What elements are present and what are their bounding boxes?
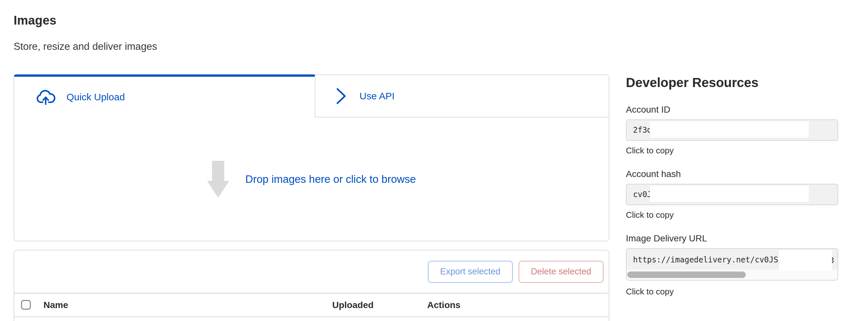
chevron-right-icon [336, 88, 346, 105]
horizontal-scrollbar[interactable] [626, 270, 838, 280]
account-hash-value: cv0J [633, 190, 652, 199]
page-title: Images [13, 13, 609, 28]
upload-tabs: Quick Upload Use API [13, 74, 609, 117]
page-subtitle: Store, resize and deliver images [13, 41, 609, 52]
developer-resources-panel: Developer Resources Account ID 2f3d Clic… [626, 74, 838, 297]
cloud-upload-icon [36, 89, 56, 105]
column-header-actions: Actions [427, 300, 461, 310]
account-id-field: Account ID 2f3d Click to copy [626, 104, 838, 156]
redaction-overlay [650, 186, 809, 202]
account-hash-copy-box[interactable]: cv0J [626, 184, 838, 205]
image-delivery-url-value: https://imagedelivery.net/cv0JSj [633, 255, 783, 264]
upload-dropzone[interactable]: Drop images here or click to browse [13, 117, 609, 241]
account-hash-copy-hint: Click to copy [626, 210, 838, 220]
redaction-overlay [779, 250, 832, 271]
images-main-column: Images Store, resize and deliver images … [13, 0, 609, 321]
account-hash-field: Account hash cv0J Click to copy [626, 169, 838, 220]
arrow-down-icon [207, 161, 229, 198]
account-id-copy-box[interactable]: 2f3d [626, 119, 838, 141]
dropzone-label: Drop images here or click to browse [245, 173, 416, 185]
table-header-row: Name Uploaded Actions [14, 293, 609, 317]
scrollbar-thumb[interactable] [627, 272, 746, 278]
account-id-value: 2f3d [633, 126, 652, 135]
image-delivery-url-copy-hint: Click to copy [626, 286, 838, 297]
account-id-copy-hint: Click to copy [626, 145, 838, 156]
delete-selected-button[interactable]: Delete selected [519, 261, 603, 283]
table-actions-row: Export selected Delete selected [14, 250, 609, 293]
account-id-label: Account ID [626, 104, 838, 115]
tab-label-quick-upload: Quick Upload [66, 92, 125, 103]
image-delivery-url-label: Image Delivery URL [626, 233, 838, 244]
export-selected-button[interactable]: Export selected [428, 261, 513, 283]
select-all-checkbox[interactable] [21, 300, 31, 310]
tab-label-use-api: Use API [360, 91, 395, 102]
image-delivery-url-field: Image Delivery URL https://imagedelivery… [626, 233, 838, 297]
tab-use-api[interactable]: Use API [315, 74, 609, 117]
column-header-uploaded: Uploaded [332, 300, 374, 310]
images-table-card: Export selected Delete selected Name Upl… [13, 250, 609, 321]
tab-quick-upload[interactable]: Quick Upload [13, 74, 315, 117]
redaction-overlay [650, 121, 809, 138]
account-hash-label: Account hash [626, 169, 838, 180]
image-delivery-url-copy-box[interactable]: https://imagedelivery.net/cv0JSj 3 [626, 248, 838, 281]
sidebar-heading: Developer Resources [626, 74, 838, 91]
column-header-name: Name [43, 300, 68, 310]
